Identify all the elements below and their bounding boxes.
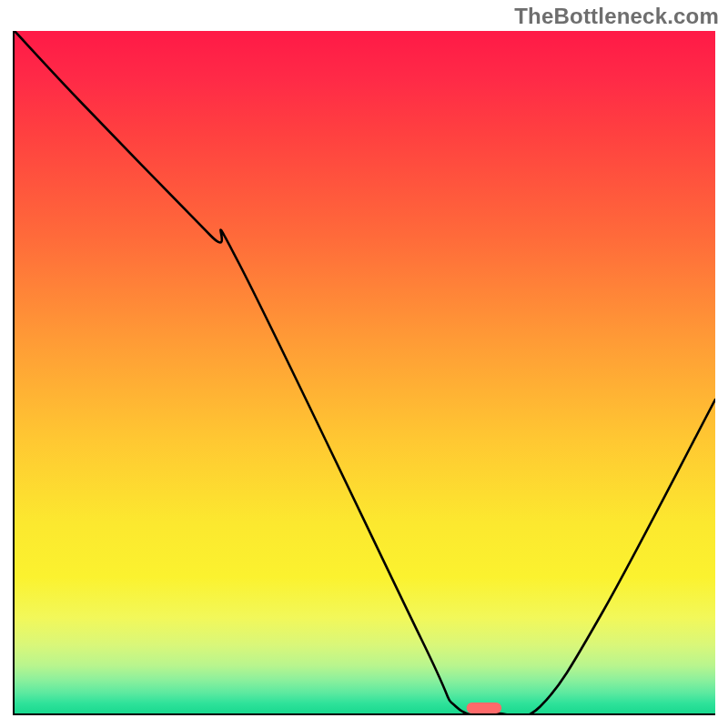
chart-svg xyxy=(15,31,715,713)
plot-area xyxy=(13,31,715,715)
optimal-marker xyxy=(467,703,502,713)
bottleneck-chart: TheBottleneck.com xyxy=(0,0,728,728)
bottleneck-curve-path xyxy=(15,31,715,715)
watermark-text: TheBottleneck.com xyxy=(514,4,719,29)
